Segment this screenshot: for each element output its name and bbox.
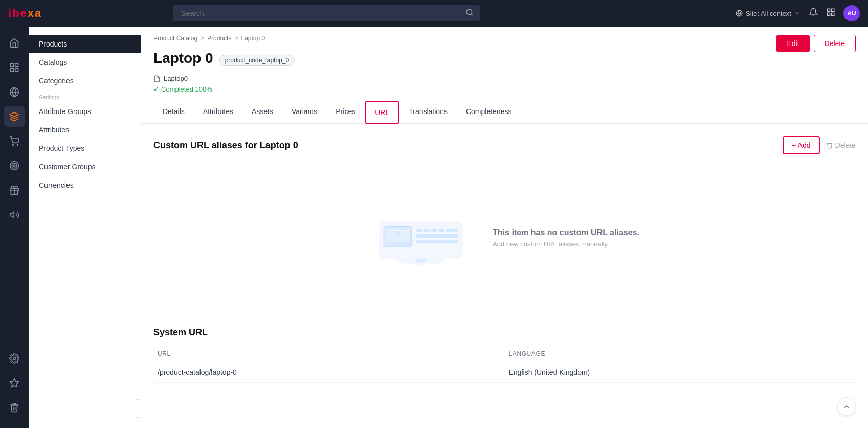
sidebar-item-customer-groups[interactable]: Customer Groups (29, 157, 141, 176)
tabs: Details Attributes Assets Variants Price… (141, 101, 868, 124)
svg-point-15 (13, 145, 14, 146)
svg-rect-6 (827, 13, 830, 15)
sidebar-item-attribute-groups[interactable]: Attribute Groups (29, 102, 141, 121)
completion-status: ✓ Completed 100% (141, 85, 868, 101)
system-url-title: System URL (153, 317, 856, 338)
svg-marker-20 (10, 212, 14, 218)
svg-rect-4 (827, 9, 830, 11)
empty-state: This item has no custom URL aliases. Add… (153, 171, 856, 304)
svg-rect-8 (11, 64, 14, 67)
content-path: Laptop0 (141, 75, 868, 85)
file-icon (153, 75, 161, 82)
nav-megaphone[interactable] (4, 205, 25, 225)
scroll-to-top-button[interactable] (837, 397, 856, 416)
sidebar: Products Catalogs Categories Settings At… (29, 27, 141, 428)
sidebar-item-products[interactable]: Products (29, 35, 141, 53)
site-context[interactable]: Site: All context (736, 10, 800, 17)
nav-trash[interactable] (4, 397, 25, 418)
page-title: Laptop 0 product_code_laptop_0 (153, 50, 295, 66)
svg-rect-5 (831, 9, 834, 11)
svg-point-18 (12, 163, 17, 168)
logo[interactable]: ibexa (8, 7, 41, 20)
sidebar-item-currencies[interactable]: Currencies (29, 176, 141, 194)
svg-rect-26 (386, 229, 409, 242)
breadcrumb-products[interactable]: Products (207, 35, 231, 42)
svg-marker-14 (10, 112, 19, 117)
url-value: /product-catalog/laptop-0 (153, 368, 505, 376)
svg-rect-33 (416, 234, 458, 238)
tab-variants[interactable]: Variants (282, 101, 326, 124)
svg-rect-11 (15, 69, 18, 72)
content: Edit Delete Product Catalog > Products >… (141, 27, 868, 428)
url-table-header: URL Language (153, 346, 856, 362)
svg-rect-28 (416, 229, 422, 232)
delete-url-button[interactable]: Delete (826, 141, 856, 149)
nav-grid[interactable] (4, 57, 25, 78)
tab-url[interactable]: URL (365, 101, 399, 124)
product-code-badge: product_code_laptop_0 (219, 55, 295, 66)
tab-assets[interactable]: Assets (242, 101, 282, 124)
nav-globe[interactable] (4, 82, 25, 102)
svg-point-21 (13, 357, 16, 360)
svg-rect-10 (11, 69, 14, 72)
nav-home[interactable] (4, 33, 25, 53)
language-column-header: Language (505, 350, 856, 357)
sidebar-item-catalogs[interactable]: Catalogs (29, 53, 141, 72)
breadcrumb-product-catalog[interactable]: Product Catalog (153, 35, 197, 42)
section-actions: + Add Delete (783, 136, 856, 154)
nav-target[interactable] (4, 155, 25, 176)
svg-rect-34 (416, 240, 458, 243)
bell-icon[interactable] (809, 8, 818, 19)
empty-text: This item has no custom URL aliases. Add… (493, 228, 639, 248)
svg-rect-29 (424, 229, 430, 232)
sidebar-item-attributes[interactable]: Attributes (29, 121, 141, 139)
tab-translations[interactable]: Translations (399, 101, 457, 124)
svg-point-17 (10, 162, 19, 170)
avatar[interactable]: AU (843, 5, 860, 21)
search-container (173, 5, 480, 21)
trash-icon (826, 142, 833, 149)
svg-marker-22 (10, 379, 19, 387)
page-header: Laptop 0 product_code_laptop_0 (141, 46, 868, 75)
apps-icon[interactable] (826, 8, 835, 19)
svg-point-19 (13, 165, 15, 166)
custom-url-section-header: Custom URL aliases for Laptop 0 + Add De… (153, 136, 856, 163)
search-input[interactable] (173, 5, 480, 21)
custom-url-title: Custom URL aliases for Laptop 0 (153, 140, 298, 151)
svg-rect-30 (431, 229, 437, 232)
svg-point-16 (17, 145, 18, 146)
tab-prices[interactable]: Prices (326, 101, 365, 124)
nav-settings[interactable] (4, 348, 25, 369)
icon-nav (0, 27, 29, 428)
language-value: English (United Kingdom) (505, 368, 856, 376)
tab-attributes[interactable]: Attributes (194, 101, 242, 124)
svg-rect-36 (416, 259, 426, 262)
search-icon (465, 8, 474, 18)
tab-details[interactable]: Details (153, 101, 194, 124)
arrow-up-icon (842, 402, 851, 411)
add-url-button[interactable]: + Add (783, 136, 819, 154)
nav-products[interactable] (4, 106, 25, 127)
nav-stamp[interactable] (4, 180, 25, 200)
topbar-right: Site: All context AU (736, 5, 860, 21)
svg-rect-9 (15, 64, 18, 67)
nav-cart[interactable] (4, 131, 25, 151)
svg-line-1 (471, 14, 473, 15)
empty-illustration (370, 202, 472, 274)
svg-rect-31 (439, 229, 444, 232)
sidebar-item-product-types[interactable]: Product Types (29, 139, 141, 157)
main-layout: Products Catalogs Categories Settings At… (0, 27, 868, 428)
breadcrumb: Product Catalog > Products > Laptop 0 (141, 27, 868, 46)
system-url-section: System URL URL Language /product-catalog… (141, 317, 868, 383)
table-row: /product-catalog/laptop-0 English (Unite… (153, 362, 856, 383)
topbar: ibexa Site: All context AU (0, 0, 868, 27)
url-tab-content: Custom URL aliases for Laptop 0 + Add De… (141, 124, 868, 317)
sidebar-collapse-btn[interactable] (136, 399, 141, 418)
url-column-header: URL (153, 350, 505, 357)
tab-completeness[interactable]: Completeness (457, 101, 521, 124)
svg-point-0 (466, 9, 472, 15)
svg-rect-32 (446, 229, 458, 232)
sidebar-item-categories[interactable]: Categories (29, 72, 141, 90)
svg-rect-7 (831, 13, 834, 15)
nav-star[interactable] (4, 373, 25, 393)
